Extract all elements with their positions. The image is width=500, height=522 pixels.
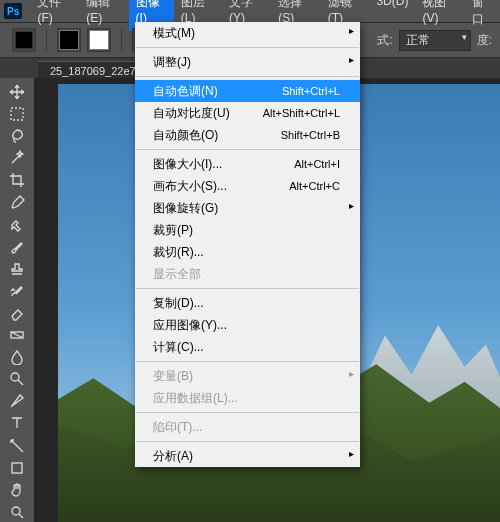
menu-item-15[interactable]: 复制(D)...: [135, 292, 360, 314]
tool-blur[interactable]: [4, 347, 30, 367]
tool-preset-icon[interactable]: [12, 28, 36, 52]
menu-item-13: 显示全部: [135, 263, 360, 285]
mode-label: 式:: [377, 32, 392, 49]
tool-pen[interactable]: [4, 391, 30, 411]
menu-item-2[interactable]: 调整(J): [135, 51, 360, 73]
tool-hand[interactable]: [4, 480, 30, 500]
menu-1[interactable]: 编辑(E): [79, 0, 128, 31]
tool-path[interactable]: [4, 436, 30, 456]
menu-item-11[interactable]: 裁剪(P): [135, 219, 360, 241]
bg-swatch[interactable]: [87, 28, 111, 52]
image-menu-dropdown: 模式(M)调整(J)自动色调(N)Shift+Ctrl+L自动对比度(U)Alt…: [135, 22, 360, 467]
menu-item-0[interactable]: 模式(M): [135, 22, 360, 44]
tool-heal[interactable]: [4, 215, 30, 235]
opacity-label: 度:: [477, 32, 492, 49]
svg-rect-3: [11, 108, 23, 120]
svg-rect-0: [16, 32, 33, 49]
tool-gradient[interactable]: [4, 325, 30, 345]
svg-point-5: [11, 373, 19, 381]
tool-marquee[interactable]: [4, 104, 30, 124]
tool-history[interactable]: [4, 281, 30, 301]
menu-item-10[interactable]: 图像旋转(G): [135, 197, 360, 219]
menu-item-9[interactable]: 画布大小(S)...Alt+Ctrl+C: [135, 175, 360, 197]
tool-type[interactable]: [4, 413, 30, 433]
menu-item-22: 陷印(T)...: [135, 416, 360, 438]
menu-item-4[interactable]: 自动色调(N)Shift+Ctrl+L: [135, 80, 360, 102]
menu-7[interactable]: 3D(D): [369, 0, 415, 31]
tool-zoom[interactable]: [4, 502, 30, 522]
svg-point-7: [12, 507, 20, 515]
tool-eyedrop[interactable]: [4, 192, 30, 212]
menu-8[interactable]: 视图(V): [415, 0, 464, 31]
tool-wand[interactable]: [4, 148, 30, 168]
tool-stamp[interactable]: [4, 259, 30, 279]
fg-swatch[interactable]: [57, 28, 81, 52]
svg-rect-6: [12, 463, 22, 473]
tool-brush[interactable]: [4, 237, 30, 257]
menu-item-6[interactable]: 自动颜色(O)Shift+Ctrl+B: [135, 124, 360, 146]
menu-item-17[interactable]: 计算(C)...: [135, 336, 360, 358]
menu-item-19: 变量(B): [135, 365, 360, 387]
menu-item-16[interactable]: 应用图像(Y)...: [135, 314, 360, 336]
tool-move[interactable]: [4, 82, 30, 102]
menu-bar: Ps 文件(F)编辑(E)图像(I)图层(L)文字(Y)选择(S)滤镜(T)3D…: [0, 0, 500, 23]
blend-mode-select[interactable]: 正常: [399, 30, 471, 51]
app-logo: Ps: [4, 3, 22, 19]
tool-crop[interactable]: [4, 170, 30, 190]
menu-9[interactable]: 窗口: [465, 0, 500, 31]
menu-0[interactable]: 文件(F): [30, 0, 79, 31]
tool-eraser[interactable]: [4, 303, 30, 323]
menu-item-20: 应用数据组(L)...: [135, 387, 360, 409]
tool-dodge[interactable]: [4, 369, 30, 389]
menu-item-24[interactable]: 分析(A): [135, 445, 360, 467]
tool-rect[interactable]: [4, 458, 30, 478]
menu-item-12[interactable]: 裁切(R)...: [135, 241, 360, 263]
menu-item-8[interactable]: 图像大小(I)...Alt+Ctrl+I: [135, 153, 360, 175]
tools-panel: [0, 78, 34, 522]
menu-item-5[interactable]: 自动对比度(U)Alt+Shift+Ctrl+L: [135, 102, 360, 124]
tool-lasso[interactable]: [4, 126, 30, 146]
